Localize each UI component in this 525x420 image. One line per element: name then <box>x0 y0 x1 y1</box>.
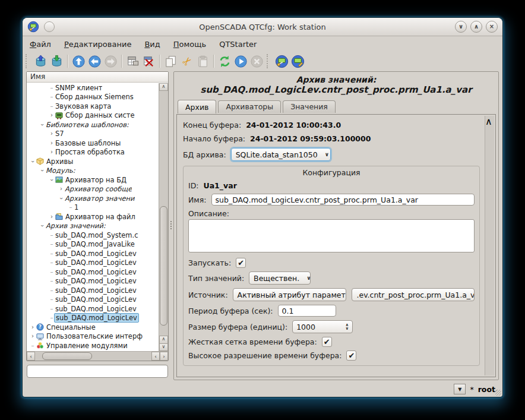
tree-item[interactable]: –sub_DAQ.mod_JavaLike <box>27 240 159 250</box>
resize-grip[interactable] <box>495 390 501 396</box>
tree-item[interactable]: –SNMP клиент <box>27 83 159 93</box>
tree-item[interactable]: –Управление модулями <box>27 341 159 350</box>
go-up-button[interactable] <box>71 53 87 70</box>
tab-Архив[interactable]: Архив <box>178 100 216 113</box>
save-to-db-button[interactable] <box>49 53 65 70</box>
tree-item[interactable]: –sub_DAQ.mod_LogicLev <box>27 258 159 268</box>
scroll-right-icon[interactable]: › <box>160 352 168 361</box>
tree-item[interactable]: –sub_DAQ.mod_LogicLev <box>27 304 159 314</box>
expand-icon[interactable]: › <box>29 333 36 339</box>
title-bar[interactable]: OpenSCADA QTCfg: Work station ∨ ∧ × <box>23 18 502 36</box>
scroll-up-icon[interactable]: ∧ <box>159 83 168 91</box>
menu-edit[interactable]: Редактирование <box>64 40 131 49</box>
content-vertical-scrollbar[interactable]: ∧ <box>485 116 494 375</box>
scroll-down-icon[interactable]: ∨ <box>159 343 168 351</box>
scroll-left2-icon[interactable]: ‹ <box>151 352 160 361</box>
tree-item[interactable]: –sub_DAQ.mod_LogicLev <box>27 249 159 258</box>
archive-db-select[interactable]: SQLite.data_stan1050 ∨ <box>231 148 331 161</box>
menu-qtstarter[interactable]: QTStarter <box>219 40 257 49</box>
source-type-select[interactable]: Активный атрибут параметра ∨ <box>233 288 347 301</box>
panel-splitter[interactable] <box>169 71 173 379</box>
tree-item[interactable]: ›Библиотека шаблонов: <box>27 120 159 130</box>
run-checkbox[interactable] <box>236 258 246 268</box>
start-periodic-update-button[interactable] <box>233 53 249 70</box>
collapse-icon[interactable]: › <box>39 222 45 229</box>
collapse-icon[interactable]: › <box>39 167 45 174</box>
scroll-left-icon[interactable]: ‹ <box>27 352 35 361</box>
cut-item-button[interactable]: ✂ <box>179 53 195 70</box>
tree-item[interactable]: ›Пользовательские интерф <box>27 332 159 342</box>
add-item-button[interactable] <box>125 53 141 70</box>
tree-vertical-scrollbar[interactable]: ∧ ∧ ∨ <box>159 83 168 351</box>
tree-item[interactable]: –sub_DAQ.mod_LogicLev <box>27 267 159 277</box>
tree-hscroll-thumb[interactable] <box>42 352 92 360</box>
expand-icon[interactable]: › <box>29 324 36 330</box>
tree-horizontal-scrollbar[interactable]: ‹ ‹ › <box>27 351 168 361</box>
menu-help[interactable]: Помощь <box>173 40 206 49</box>
description-textarea[interactable] <box>188 219 475 252</box>
menu-view[interactable]: Вид <box>144 40 160 49</box>
qtvision-starter-button[interactable] <box>290 53 306 70</box>
tree-filter-input[interactable] <box>27 365 168 378</box>
expand-icon[interactable]: › <box>48 140 55 146</box>
toolbar-handle[interactable] <box>267 54 272 68</box>
expand-icon[interactable]: › <box>48 112 55 118</box>
minimize-button[interactable]: ∨ <box>455 21 467 33</box>
user-dropdown-button[interactable]: ▼ <box>454 384 466 394</box>
copy-item-button[interactable] <box>163 53 179 70</box>
qtcfg-starter-button[interactable] <box>274 53 290 70</box>
tree-item-label: Базовые шаблоны <box>55 139 121 147</box>
tree-item[interactable]: –1 <box>27 203 159 213</box>
load-from-db-button[interactable] <box>33 53 49 70</box>
high-res-checkbox[interactable] <box>346 350 356 361</box>
collapse-icon[interactable]: › <box>39 121 45 128</box>
go-back-button[interactable] <box>87 53 103 70</box>
expand-icon[interactable]: › <box>58 186 65 192</box>
tree-item[interactable]: –sub_DAQ.mod_System.c <box>27 230 159 240</box>
buffer-period-input[interactable]: 0.1 <box>278 305 336 317</box>
tree-item[interactable]: ›Базовые шаблоны <box>27 138 159 148</box>
scroll-up-icon[interactable]: ∧ <box>485 116 494 127</box>
tree-item[interactable]: ›S7 <box>27 130 159 139</box>
value-type-select[interactable]: Веществен. ∨ <box>249 271 311 285</box>
tree-item[interactable]: ›Сбор данных систе <box>27 111 159 121</box>
tree-item[interactable]: ›Архиватор значени <box>27 194 159 203</box>
hard-grid-checkbox[interactable] <box>322 337 332 347</box>
expand-icon[interactable]: › <box>48 214 55 220</box>
tree-item[interactable]: –sub_DAQ.mod_LogicLev <box>27 314 159 323</box>
tree-item[interactable]: –Сбор данных Siemens <box>27 93 159 102</box>
tree-item[interactable]: –Звуковая карта <box>27 102 159 111</box>
tree-item[interactable]: ›?Специальные <box>27 323 159 332</box>
tree-column-header[interactable]: Имя <box>27 72 168 83</box>
collapse-icon[interactable]: › <box>30 158 36 165</box>
toolbar-handle[interactable] <box>26 54 31 68</box>
close-button[interactable]: × <box>486 21 498 33</box>
spin-arrows-icon[interactable]: ∧∨ <box>345 323 349 331</box>
tree-item[interactable]: ›Архив значений: <box>27 222 159 231</box>
tree-item[interactable]: –sub_DAQ.mod_LogicLev <box>27 295 159 305</box>
tree-item[interactable]: ›Архиватор на БД <box>27 175 159 185</box>
tree-item[interactable]: ›Архиватор сообще <box>27 185 159 194</box>
tree-item[interactable]: ›Простая обработка <box>27 148 159 157</box>
scroll-up2-icon[interactable]: ∧ <box>159 336 168 343</box>
collapse-icon[interactable]: › <box>58 195 64 202</box>
refresh-button[interactable] <box>217 53 233 70</box>
tree-item[interactable]: –sub_DAQ.mod_LogicLev <box>27 277 159 286</box>
tree-item[interactable]: ›Архиватор на файл <box>27 212 159 222</box>
buffer-size-spinner[interactable]: 1000 ∧∨ <box>292 320 353 333</box>
expand-icon[interactable]: › <box>48 149 55 155</box>
content-scroll-thumb[interactable] <box>485 127 494 231</box>
tab-Архиваторы[interactable]: Архиваторы <box>218 100 281 113</box>
tree-item[interactable]: ›Архивы <box>27 157 159 166</box>
delete-item-button[interactable] <box>141 53 157 70</box>
menu-file[interactable]: Файл <box>30 40 51 49</box>
tree-scroll-thumb[interactable] <box>160 206 167 325</box>
maximize-button[interactable]: ∧ <box>470 21 482 33</box>
tree-item[interactable]: –sub_DAQ.mod_LogicLev <box>27 286 159 295</box>
tab-Значения[interactable]: Значения <box>283 100 336 113</box>
tree-item[interactable]: ›Модуль: <box>27 166 159 176</box>
source-attr-select[interactable]: .ev.cntr_post_proc.prm_Ua1.a_var ∨ <box>352 288 475 301</box>
collapse-icon[interactable]: › <box>49 176 55 184</box>
name-input[interactable]: sub_DAQ.mod_LogicLev.cntr_post_proc.prm_… <box>211 194 475 206</box>
expand-icon[interactable]: › <box>48 131 55 137</box>
